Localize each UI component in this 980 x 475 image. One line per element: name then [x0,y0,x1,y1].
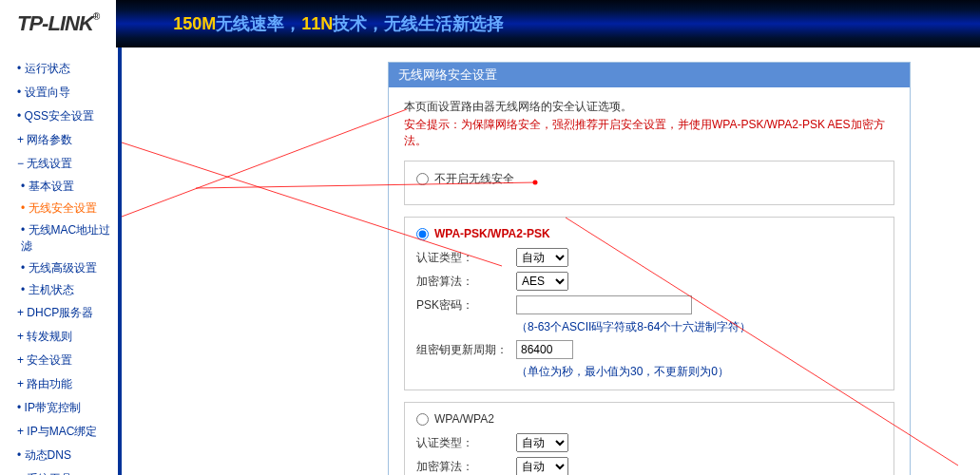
nav-network[interactable]: 网络参数 [0,128,118,152]
period-label: 组密钥更新周期： [416,342,516,358]
nav-wireless-security[interactable]: 无线安全设置 [21,198,118,219]
psk-input[interactable] [516,295,692,314]
wpa-auth-select[interactable]: 自动 [516,433,568,452]
psk-label: PSK密码： [416,297,516,314]
nav-dhcp[interactable]: DHCP服务器 [0,301,118,325]
nav-wireless[interactable]: 无线设置 [0,152,118,176]
radio-wpapsk[interactable] [416,228,429,240]
nav-wireless-submenu: 基本设置 无线安全设置 无线MAC地址过滤 无线高级设置 主机状态 [0,176,118,301]
panel-title: 无线网络安全设置 [389,63,910,87]
svg-line-4 [122,109,407,217]
content-area: 无线网络安全设置 本页面设置路由器无线网络的安全认证选项。 安全提示：为保障网络… [122,48,980,475]
auth-label: 认证类型： [416,250,516,266]
panel-body: 本页面设置路由器无线网络的安全认证选项。 安全提示：为保障网络安全，强烈推荐开启… [389,87,910,475]
header-tagline: 150M无线速率，11N技术，无线生活新选择 [173,12,504,35]
nav-status[interactable]: 运行状态 [0,57,118,81]
section-wpa: WPA/WPA2 认证类型： 自动 加密算法： 自动 Radius服务器IP： [404,402,894,475]
nav-wireless-advanced[interactable]: 无线高级设置 [21,257,118,279]
wpa-enc-select[interactable]: 自动 [516,457,568,475]
nav-security[interactable]: 安全设置 [0,349,118,372]
logo: TP-LINK® [0,0,116,48]
section-none: 不开启无线安全 [404,161,894,205]
period-hint: （单位为秒，最小值为30，不更新则为0） [516,364,882,380]
logo-text: TP-LINK® [17,11,99,36]
intro-text: 本页面设置路由器无线网络的安全认证选项。 [404,99,894,115]
auth-select[interactable]: 自动 [516,248,568,267]
wpa-auth-label: 认证类型： [416,435,516,451]
nav-qss[interactable]: QSS安全设置 [0,104,118,128]
psk-hint: （8-63个ASCII码字符或8-64个十六进制字符） [516,319,882,335]
nav-forward[interactable]: 转发规则 [0,325,118,349]
enc-label: 加密算法： [416,274,516,290]
nav-ipmac[interactable]: IP与MAC绑定 [0,420,118,444]
nav-wireless-host[interactable]: 主机状态 [21,279,118,301]
nav-ddns[interactable]: 动态DNS [0,444,118,467]
nav-wizard[interactable]: 设置向导 [0,81,118,104]
nav-wireless-mac[interactable]: 无线MAC地址过滤 [21,219,118,257]
radio-wpapsk-label: WPA-PSK/WPA2-PSK [434,227,550,240]
section-wpapsk: WPA-PSK/WPA2-PSK 认证类型： 自动 加密算法： AES PSK密… [404,217,894,390]
wpa-enc-label: 加密算法： [416,459,516,475]
nav-routing[interactable]: 路由功能 [0,372,118,396]
nav-bandwidth[interactable]: IP带宽控制 [0,396,118,420]
main: 运行状态 设置向导 QSS安全设置 网络参数 无线设置 基本设置 无线安全设置 … [0,48,980,475]
enc-select[interactable]: AES [516,272,568,291]
header: TP-LINK® 150M无线速率，11N技术，无线生活新选择 [0,0,980,48]
nav-wireless-basic[interactable]: 基本设置 [21,176,118,198]
warning-text: 安全提示：为保障网络安全，强烈推荐开启安全设置，并使用WPA-PSK/WPA2-… [404,117,894,149]
settings-panel: 无线网络安全设置 本页面设置路由器无线网络的安全认证选项。 安全提示：为保障网络… [388,62,911,475]
period-input[interactable] [516,340,573,359]
nav-systools[interactable]: 系统工具 [0,467,118,475]
radio-none[interactable] [416,173,429,185]
radio-wpa-label: WPA/WPA2 [434,412,494,426]
sidebar: 运行状态 设置向导 QSS安全设置 网络参数 无线设置 基本设置 无线安全设置 … [0,48,122,475]
radio-wpa[interactable] [416,413,429,426]
radio-none-label: 不开启无线安全 [434,171,514,187]
